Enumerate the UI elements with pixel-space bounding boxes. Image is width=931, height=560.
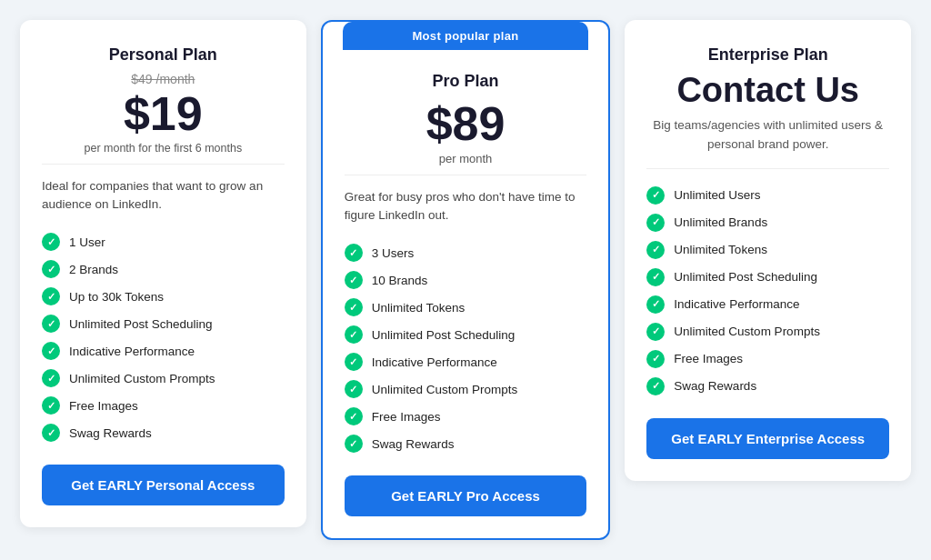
enterprise-description: Big teams/agencies with unlimited users … (646, 116, 889, 154)
check-icon (345, 325, 363, 344)
list-item: 2 Brands (42, 255, 285, 283)
feature-label: Swag Rewards (674, 379, 756, 393)
check-icon (345, 435, 363, 453)
feature-label: Indicative Performance (674, 297, 799, 311)
feature-label: 2 Brands (69, 263, 118, 276)
personal-plan-card: Personal Plan $49 /month $19 per month f… (20, 20, 306, 528)
personal-features-list: 1 User 2 Brands Up to 30k Tokens Unlimit… (42, 228, 285, 446)
feature-label: Free Images (372, 410, 441, 424)
feature-label: Unlimited Users (674, 188, 760, 202)
personal-cta-button[interactable]: Get EARLY Personal Access (42, 465, 285, 505)
list-item: Unlimited Tokens (646, 236, 889, 264)
list-item: Swag Rewards (345, 430, 587, 457)
feature-label: Indicative Performance (69, 345, 195, 358)
check-icon (42, 233, 60, 251)
pro-cta-button[interactable]: Get EARLY Pro Access (345, 475, 587, 516)
list-item: Unlimited Custom Prompts (345, 375, 587, 403)
feature-label: Unlimited Post Scheduling (372, 328, 516, 342)
check-icon (646, 268, 665, 286)
feature-label: Up to 30k Tokens (69, 290, 164, 304)
check-icon (646, 214, 665, 232)
list-item: Indicative Performance (646, 291, 889, 318)
pro-divider (345, 175, 587, 175)
list-item: 10 Brands (345, 266, 587, 294)
feature-label: Unlimited Custom Prompts (674, 325, 820, 338)
enterprise-contact: Contact Us (646, 72, 889, 110)
feature-label: Indicative Performance (372, 355, 497, 369)
pro-price-period: per month (345, 152, 587, 165)
list-item: Up to 30k Tokens (42, 283, 285, 310)
list-item: Free Images (42, 392, 285, 419)
list-item: 1 User (42, 228, 285, 255)
personal-plan-name: Personal Plan (42, 45, 285, 65)
pro-main-price: $89 (345, 98, 587, 150)
personal-main-price: $19 (42, 88, 285, 140)
feature-label: Unlimited Brands (674, 215, 767, 229)
check-icon (646, 295, 665, 314)
enterprise-plan-card: Enterprise Plan Contact Us Big teams/age… (625, 20, 911, 481)
feature-label: Unlimited Tokens (372, 301, 466, 315)
check-icon (345, 353, 363, 371)
list-item: Unlimited Custom Prompts (42, 365, 285, 392)
pro-card-body: Pro Plan $89 per month Great for busy pr… (345, 50, 587, 517)
list-item: Indicative Performance (345, 348, 587, 375)
feature-label: Unlimited Post Scheduling (674, 270, 817, 284)
check-icon (345, 380, 363, 398)
personal-description: Ideal for companies that want to grow an… (42, 177, 285, 215)
list-item: Unlimited Brands (646, 209, 889, 236)
list-item: Swag Rewards (42, 419, 285, 446)
check-icon (345, 244, 363, 262)
feature-label: 3 Users (372, 246, 415, 260)
list-item: Indicative Performance (42, 337, 285, 365)
check-icon (646, 377, 665, 395)
popular-badge: Most popular plan (343, 22, 589, 50)
list-item: Unlimited Users (646, 182, 889, 209)
check-icon (646, 186, 665, 205)
check-icon (42, 396, 60, 415)
list-item: Unlimited Custom Prompts (646, 318, 889, 345)
check-icon (345, 298, 363, 316)
check-icon (646, 241, 665, 259)
feature-label: Free Images (674, 352, 743, 365)
pro-description: Great for busy pros who don't have time … (345, 188, 587, 225)
feature-label: Unlimited Tokens (674, 243, 767, 256)
feature-label: Unlimited Custom Prompts (372, 383, 518, 396)
list-item: Swag Rewards (646, 373, 889, 400)
enterprise-features-list: Unlimited Users Unlimited Brands Unlimit… (646, 182, 889, 400)
feature-label: Swag Rewards (69, 426, 152, 440)
list-item: 3 Users (345, 239, 587, 266)
pro-features-list: 3 Users 10 Brands Unlimited Tokens Unlim… (345, 239, 587, 457)
list-item: Free Images (646, 345, 889, 373)
check-icon (42, 287, 60, 305)
feature-label: Unlimited Post Scheduling (69, 317, 213, 331)
personal-price-note: per month for the first 6 months (42, 142, 285, 155)
list-item: Unlimited Post Scheduling (345, 321, 587, 348)
list-item: Unlimited Tokens (345, 294, 587, 321)
list-item: Free Images (345, 403, 587, 430)
personal-divider (42, 164, 285, 165)
pro-plan-name: Pro Plan (345, 72, 587, 91)
enterprise-divider (646, 168, 889, 169)
feature-label: 1 User (69, 235, 105, 249)
personal-original-price: $49 /month (42, 72, 285, 86)
pro-plan-card: Most popular plan Pro Plan $89 per month… (321, 20, 611, 541)
feature-label: Swag Rewards (372, 437, 455, 451)
check-icon (42, 424, 60, 442)
list-item: Unlimited Post Scheduling (646, 264, 889, 291)
check-icon (42, 342, 60, 360)
feature-label: Free Images (69, 399, 138, 413)
feature-label: Unlimited Custom Prompts (69, 372, 215, 385)
feature-label: 10 Brands (372, 274, 428, 287)
check-icon (345, 271, 363, 289)
check-icon (646, 323, 665, 341)
check-icon (42, 369, 60, 387)
check-icon (646, 350, 665, 368)
list-item: Unlimited Post Scheduling (42, 310, 285, 337)
enterprise-plan-name: Enterprise Plan (646, 45, 889, 65)
enterprise-cta-button[interactable]: Get EARLY Enterprise Access (646, 418, 889, 459)
check-icon (345, 407, 363, 425)
pricing-container: Personal Plan $49 /month $19 per month f… (20, 20, 911, 541)
check-icon (42, 260, 60, 278)
check-icon (42, 315, 60, 333)
